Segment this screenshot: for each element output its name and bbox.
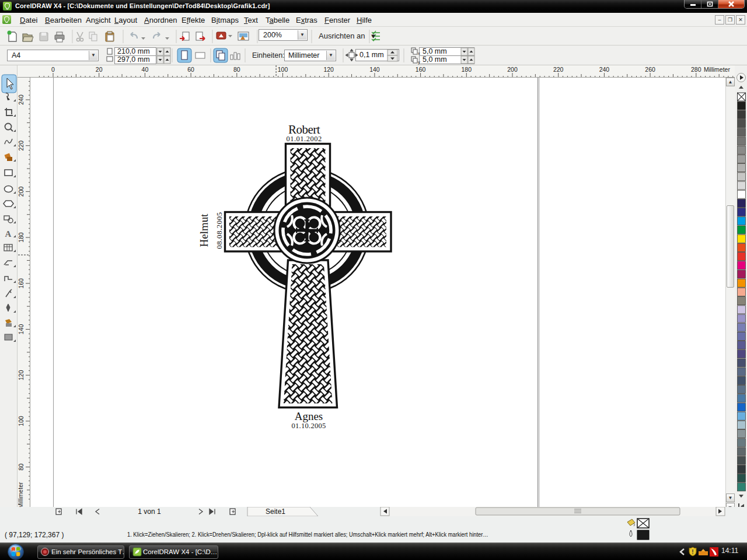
svg-text:x: x <box>418 51 420 56</box>
svg-text:160: 160 <box>18 278 25 289</box>
svg-text:20: 20 <box>96 66 103 73</box>
svg-text:40: 40 <box>142 66 149 73</box>
svg-text:Agnes: Agnes <box>295 410 323 422</box>
svg-text:220: 220 <box>18 141 25 151</box>
svg-text:280: 280 <box>691 66 701 73</box>
svg-text:Helmut: Helmut <box>198 214 210 247</box>
svg-text:260: 260 <box>645 66 655 73</box>
svg-text:100: 100 <box>18 416 25 426</box>
svg-text:120: 120 <box>323 66 334 73</box>
svg-text:240: 240 <box>18 94 25 105</box>
svg-text:08.08.2005: 08.08.2005 <box>215 212 224 249</box>
svg-text:140: 140 <box>369 66 380 73</box>
svg-text:240: 240 <box>599 66 610 73</box>
svg-text:01.01.2002: 01.01.2002 <box>286 135 322 143</box>
svg-text:80: 80 <box>18 464 25 471</box>
svg-text:Millimeter: Millimeter <box>704 66 730 73</box>
svg-text:y: y <box>418 60 420 65</box>
svg-text:A: A <box>5 229 12 239</box>
svg-text:Millimeter: Millimeter <box>18 482 24 508</box>
svg-text:180: 180 <box>18 232 25 243</box>
svg-text:1 von 1: 1 von 1 <box>138 508 161 516</box>
svg-text:Seite1: Seite1 <box>266 508 285 516</box>
svg-text:160: 160 <box>416 66 426 73</box>
svg-text:60: 60 <box>187 66 194 73</box>
svg-text:200: 200 <box>18 186 25 197</box>
svg-text:100: 100 <box>278 66 288 73</box>
svg-text:180: 180 <box>462 66 472 73</box>
svg-text:220: 220 <box>553 66 564 73</box>
svg-text:120: 120 <box>18 370 25 380</box>
svg-text:0: 0 <box>51 66 55 73</box>
svg-text:80: 80 <box>233 66 240 73</box>
svg-text:140: 140 <box>18 324 25 335</box>
svg-text:200: 200 <box>507 66 518 73</box>
svg-text:!: ! <box>692 549 693 555</box>
svg-text:01.10.2005: 01.10.2005 <box>291 422 326 430</box>
